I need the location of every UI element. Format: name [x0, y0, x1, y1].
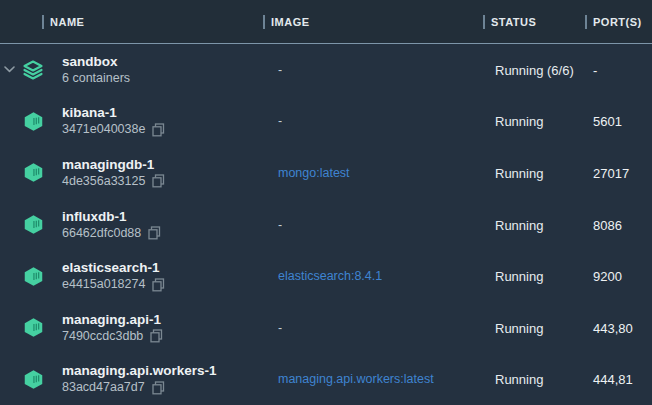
- container-subtitle: 3471e040038e: [62, 121, 145, 138]
- status-cell: Running: [495, 217, 543, 232]
- copy-icon[interactable]: [148, 226, 161, 240]
- column-header-status[interactable]: STATUS: [483, 0, 536, 43]
- container-subtitle: 83acd47aa7d7: [62, 379, 145, 396]
- image-cell: -: [278, 321, 282, 335]
- container-subtitle: 66462dfc0d88: [62, 225, 141, 242]
- status-cell: Running (6/6): [495, 62, 574, 77]
- container-name: managing.api-1: [62, 311, 163, 328]
- ports-cell: 5601: [593, 114, 622, 129]
- status-cell: Running: [495, 372, 543, 387]
- image-cell[interactable]: managing.api.workers:latest: [278, 372, 434, 386]
- container-subtitle: 6 containers: [62, 70, 130, 87]
- table-row[interactable]: managingdb-1 4de356a33125 mongo:latest R…: [0, 147, 652, 199]
- copy-icon[interactable]: [152, 381, 165, 395]
- container-icon: [23, 369, 44, 389]
- container-name: kibana-1: [62, 104, 165, 121]
- table-row[interactable]: kibana-1 3471e040038e - Running 5601: [0, 96, 652, 148]
- column-header-label: NAME: [50, 16, 84, 28]
- image-cell: -: [278, 63, 282, 77]
- table-rows: sandbox 6 containers - Running (6/6) -: [0, 44, 652, 405]
- table-row[interactable]: managing.api-1 7490ccdc3dbb - Running 44…: [0, 302, 652, 354]
- container-subtitle: e4415a018274: [62, 276, 145, 293]
- container-icon: [23, 163, 44, 183]
- copy-icon[interactable]: [150, 329, 163, 343]
- container-name: managing.api.workers-1: [62, 362, 217, 379]
- containers-table: NAME IMAGE STATUS PORT(S): [0, 0, 652, 405]
- ports-cell: 27017: [593, 165, 629, 180]
- expand-chevron-icon[interactable]: [4, 66, 16, 74]
- column-resize-handle[interactable]: [483, 15, 485, 29]
- copy-icon[interactable]: [152, 278, 165, 292]
- container-subtitle: 7490ccdc3dbb: [62, 328, 143, 345]
- column-resize-handle[interactable]: [585, 15, 587, 29]
- ports-cell: 9200: [593, 269, 622, 284]
- container-subtitle: 4de356a33125: [62, 173, 145, 190]
- container-icon: [23, 111, 44, 131]
- status-cell: Running: [495, 320, 543, 335]
- table-row[interactable]: sandbox 6 containers - Running (6/6) -: [0, 44, 652, 96]
- table-row[interactable]: managing.api.workers-1 83acd47aa7d7 mana…: [0, 353, 652, 405]
- column-header-name[interactable]: NAME: [42, 0, 84, 43]
- container-name: sandbox: [62, 53, 130, 70]
- container-icon: [23, 266, 44, 286]
- table-row[interactable]: elasticsearch-1 e4415a018274 elasticsear…: [0, 250, 652, 302]
- container-icon: [23, 215, 44, 235]
- image-cell[interactable]: elasticsearch:8.4.1: [278, 269, 382, 283]
- compose-stack-icon: [22, 59, 44, 80]
- column-header-image[interactable]: IMAGE: [263, 0, 310, 43]
- container-name: elasticsearch-1: [62, 259, 165, 276]
- container-name: influxdb-1: [62, 208, 161, 225]
- status-cell: Running: [495, 114, 543, 129]
- image-cell: -: [278, 218, 282, 232]
- ports-cell: -: [593, 62, 597, 77]
- copy-icon[interactable]: [152, 123, 165, 137]
- table-header: NAME IMAGE STATUS PORT(S): [0, 0, 652, 44]
- ports-cell: 443,80: [593, 320, 633, 335]
- ports-cell: 444,81: [593, 372, 633, 387]
- column-header-ports[interactable]: PORT(S): [585, 0, 642, 43]
- ports-cell: 8086: [593, 217, 622, 232]
- column-header-label: PORT(S): [593, 16, 642, 28]
- table-row[interactable]: influxdb-1 66462dfc0d88 - Running 8086: [0, 199, 652, 251]
- status-cell: Running: [495, 269, 543, 284]
- column-resize-handle[interactable]: [42, 15, 44, 29]
- image-cell: -: [278, 114, 282, 128]
- column-header-label: IMAGE: [271, 16, 310, 28]
- copy-icon[interactable]: [152, 174, 165, 188]
- container-name: managingdb-1: [62, 156, 165, 173]
- status-cell: Running: [495, 165, 543, 180]
- image-cell[interactable]: mongo:latest: [278, 166, 350, 180]
- column-resize-handle[interactable]: [263, 15, 265, 29]
- container-icon: [23, 318, 44, 338]
- column-header-label: STATUS: [491, 16, 536, 28]
